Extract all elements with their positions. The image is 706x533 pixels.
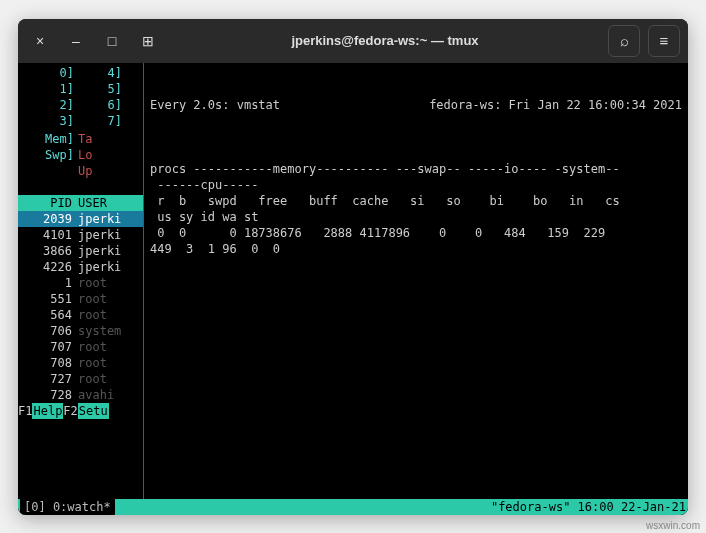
terminal-body: 0]4] 1]5] 2]6] 3]7] Mem]Ta Swp]Lo Up PID… — [18, 63, 688, 515]
window-controls: × – □ ⊞ — [26, 27, 162, 55]
cpu-meter-5: 5] — [74, 81, 122, 97]
minimize-button[interactable]: – — [62, 27, 90, 55]
search-icon: ⌕ — [620, 32, 629, 49]
watch-header: Every 2.0s: vmstat fedora-ws: Fri Jan 22… — [150, 97, 682, 113]
cpu-meter-2: 2] — [26, 97, 74, 113]
vmstat-pane[interactable]: Every 2.0s: vmstat fedora-ws: Fri Jan 22… — [144, 63, 688, 499]
watch-command: Every 2.0s: vmstat — [150, 97, 280, 113]
menu-button[interactable]: ≡ — [648, 25, 680, 57]
tasks-label: Ta — [78, 131, 102, 147]
mem-meter: Mem] — [26, 131, 74, 147]
table-row[interactable]: 708root — [18, 355, 143, 371]
load-label: Lo — [78, 147, 102, 163]
watch-timestamp: fedora-ws: Fri Jan 22 16:00:34 2021 — [429, 97, 682, 113]
cpu-meter-0: 0] — [26, 65, 74, 81]
htop-pane[interactable]: 0]4] 1]5] 2]6] 3]7] Mem]Ta Swp]Lo Up PID… — [18, 63, 144, 499]
tmux-clock: "fedora-ws" 16:00 22-Jan-21 — [491, 499, 686, 515]
pid-column[interactable]: PID — [20, 195, 72, 211]
table-row[interactable]: 4226jperki — [18, 259, 143, 275]
cpu-meter-4: 4] — [74, 65, 122, 81]
search-button[interactable]: ⌕ — [608, 25, 640, 57]
maximize-button[interactable]: □ — [98, 27, 126, 55]
cpu-meter-3: 3] — [26, 113, 74, 129]
vmstat-output: procs -----------memory---------- ---swa… — [150, 145, 682, 257]
table-row[interactable]: 4101jperki — [18, 227, 143, 243]
memory-meters: Mem]Ta Swp]Lo Up — [18, 131, 143, 179]
table-row[interactable]: 706system — [18, 323, 143, 339]
cpu-meter-6: 6] — [74, 97, 122, 113]
cpu-meter-7: 7] — [74, 113, 122, 129]
window-title: jperkins@fedora-ws:~ — tmux — [162, 33, 608, 48]
table-row[interactable]: 2039jperki — [18, 211, 143, 227]
titlebar: × – □ ⊞ jperkins@fedora-ws:~ — tmux ⌕ ≡ — [18, 19, 688, 63]
swap-meter: Swp] — [26, 147, 74, 163]
f1-key: F1 — [18, 403, 32, 419]
cpu-meter-1: 1] — [26, 81, 74, 97]
watermark: wsxwin.com — [646, 520, 700, 531]
hamburger-icon: ≡ — [660, 32, 669, 49]
help-button[interactable]: Help — [32, 403, 63, 419]
terminal-window: × – □ ⊞ jperkins@fedora-ws:~ — tmux ⌕ ≡ … — [18, 19, 688, 515]
cpu-meters: 0]4] 1]5] 2]6] 3]7] — [18, 63, 143, 131]
titlebar-right: ⌕ ≡ — [608, 25, 680, 57]
table-row[interactable]: 728avahi — [18, 387, 143, 403]
uptime-label: Up — [78, 163, 102, 179]
close-button[interactable]: × — [26, 27, 54, 55]
setup-button[interactable]: Setu — [78, 403, 109, 419]
f2-key: F2 — [63, 403, 77, 419]
tmux-content: 0]4] 1]5] 2]6] 3]7] Mem]Ta Swp]Lo Up PID… — [18, 63, 688, 499]
tmux-status-bar[interactable]: [0] 0:watch* "fedora-ws" 16:00 22-Jan-21 — [18, 499, 688, 515]
tmux-session-info[interactable]: [0] 0:watch* — [20, 499, 115, 515]
new-tab-button[interactable]: ⊞ — [134, 27, 162, 55]
table-row[interactable]: 564root — [18, 307, 143, 323]
table-row[interactable]: 3866jperki — [18, 243, 143, 259]
table-row[interactable]: 707root — [18, 339, 143, 355]
process-list[interactable]: 2039jperki4101jperki3866jperki4226jperki… — [18, 211, 143, 403]
table-row[interactable]: 551root — [18, 291, 143, 307]
function-bar: F1Help F2Setu — [18, 403, 143, 419]
table-row[interactable]: 727root — [18, 371, 143, 387]
table-row[interactable]: 1root — [18, 275, 143, 291]
user-column[interactable]: USER — [72, 195, 141, 211]
process-header: PID USER — [18, 195, 143, 211]
